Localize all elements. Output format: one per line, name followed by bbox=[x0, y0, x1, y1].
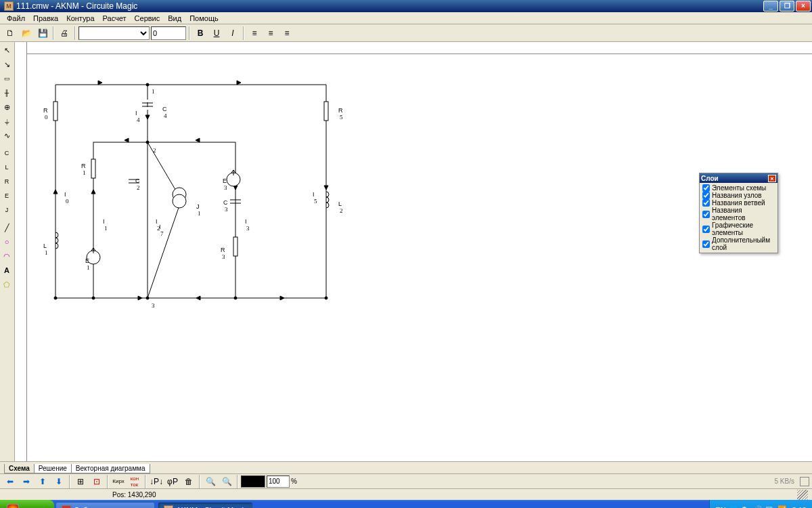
source-tool[interactable]: ⊕ bbox=[0, 100, 14, 114]
bold-button[interactable]: B bbox=[193, 26, 208, 41]
svg-text:C: C bbox=[162, 106, 167, 112]
layers-panel-title[interactable]: Слои × bbox=[700, 173, 777, 183]
align-center-button[interactable]: ≡ bbox=[263, 26, 278, 41]
svg-text:1: 1 bbox=[198, 210, 201, 217]
tray-icon[interactable]: ⚙ bbox=[741, 505, 750, 508]
svg-text:3: 3 bbox=[222, 253, 225, 260]
align-left-button[interactable]: ≡ bbox=[247, 26, 262, 41]
line-tool[interactable]: ╱ bbox=[0, 221, 14, 234]
layers-panel[interactable]: Слои × Элементы схемы Названия узлов Наз… bbox=[699, 173, 778, 253]
align-right-button[interactable]: ≡ bbox=[279, 26, 294, 41]
tab-schema[interactable]: Схема bbox=[4, 464, 35, 473]
kon-button[interactable]: конток bbox=[127, 474, 142, 489]
zoom-out-button[interactable]: 🔍 bbox=[219, 474, 234, 489]
l-tool[interactable]: L bbox=[0, 161, 14, 174]
text-tool[interactable]: A bbox=[0, 263, 14, 277]
italic-button[interactable]: I bbox=[225, 26, 240, 41]
circuit-schematic[interactable]: 1 2 3 R0 R5 R1 R3 C4 C2 C3 L1 L2 E1 E3 J… bbox=[27, 54, 365, 339]
windows-icon bbox=[7, 504, 19, 508]
menu-view[interactable]: Вид bbox=[164, 14, 185, 23]
layer-checkbox-1[interactable] bbox=[702, 192, 710, 199]
inductor-tool[interactable]: ∿ bbox=[0, 129, 14, 142]
layer-checkbox-3[interactable] bbox=[702, 211, 710, 218]
svg-text:3: 3 bbox=[246, 225, 250, 232]
tray-icon[interactable]: 📶 bbox=[777, 505, 787, 508]
layer-checkbox-2[interactable] bbox=[702, 199, 710, 207]
arc-tool[interactable]: ◠ bbox=[0, 249, 14, 263]
svg-text:R: R bbox=[81, 163, 86, 169]
svg-text:I: I bbox=[156, 218, 158, 225]
layers-close-button[interactable]: × bbox=[768, 175, 776, 182]
svg-rect-0 bbox=[53, 102, 58, 121]
canvas[interactable]: 1 2 3 R0 R5 R1 R3 C4 C2 C3 L1 L2 E1 E3 J… bbox=[27, 54, 812, 461]
tab-vector[interactable]: Векторная диаграмма bbox=[71, 464, 150, 473]
bottom-tabs: Схема Решение Векторная диаграмма bbox=[0, 461, 812, 473]
menu-help[interactable]: Помощь bbox=[185, 14, 223, 23]
svg-point-15 bbox=[173, 194, 186, 208]
nav-left-button[interactable]: ⬅ bbox=[3, 474, 18, 489]
capacitor-tool[interactable]: ╫ bbox=[0, 86, 14, 100]
svg-rect-1 bbox=[324, 102, 328, 121]
p-button[interactable]: ↓P↓ bbox=[149, 474, 164, 489]
pointer-tool[interactable]: ↖ bbox=[0, 43, 14, 57]
svg-point-20 bbox=[234, 297, 237, 299]
grid-button[interactable]: ⊞ bbox=[73, 474, 88, 489]
new-button[interactable]: 🗋 bbox=[3, 26, 18, 41]
nav-up-button[interactable]: ⬆ bbox=[35, 474, 50, 489]
save-button[interactable]: 💾 bbox=[35, 26, 50, 41]
svg-text:1: 1 bbox=[152, 88, 155, 95]
maximize-button[interactable]: ❐ bbox=[780, 1, 794, 12]
underline-button[interactable]: U bbox=[209, 26, 224, 41]
menu-service[interactable]: Сервис bbox=[131, 14, 164, 23]
nav-right-button[interactable]: ➡ bbox=[19, 474, 34, 489]
tray-icon[interactable]: 🌐 bbox=[729, 505, 738, 508]
r-tool[interactable]: R bbox=[0, 175, 14, 188]
nav-down-button[interactable]: ⬇ bbox=[51, 474, 66, 489]
layer-label: Названия узлов bbox=[712, 192, 762, 199]
c-tool[interactable]: C bbox=[0, 146, 14, 160]
color-picker[interactable] bbox=[241, 475, 265, 488]
polygon-tool[interactable]: ⬠ bbox=[0, 278, 14, 291]
window-title: 111.cmw - AKNM - Circuite Magic bbox=[16, 1, 763, 11]
kirch-button[interactable]: Кирх bbox=[111, 474, 126, 489]
taskbar-button-0[interactable]: Добавление матери... bbox=[55, 502, 155, 508]
circle-tool[interactable]: ○ bbox=[0, 235, 14, 249]
tray-icon[interactable]: 🔊 bbox=[753, 505, 763, 508]
e-tool[interactable]: E bbox=[0, 189, 14, 203]
taskbar: пуск Добавление матери... AKNM - Circuit… bbox=[0, 500, 812, 508]
svg-point-18 bbox=[146, 297, 149, 299]
svg-text:I: I bbox=[245, 218, 247, 225]
tab-solution[interactable]: Решение bbox=[34, 464, 72, 473]
bottom-toolbar: ⬅ ➡ ⬆ ⬇ ⊞ ⊡ Кирх конток ↓P↓ φP 🗑 🔍 🔍 % 5… bbox=[0, 473, 812, 488]
snap-button[interactable]: ⊡ bbox=[89, 474, 104, 489]
wire-tool[interactable]: ↘ bbox=[0, 58, 14, 71]
start-button[interactable]: пуск bbox=[0, 500, 54, 508]
zoom-input[interactable] bbox=[267, 475, 290, 488]
menu-file[interactable]: Файл bbox=[3, 14, 29, 23]
menu-calc[interactable]: Расчет bbox=[99, 14, 131, 23]
menu-contours[interactable]: Контура bbox=[62, 14, 98, 23]
layer-checkbox-5[interactable] bbox=[702, 240, 710, 248]
delete-button[interactable]: 🗑 bbox=[181, 474, 196, 489]
fontsize-input[interactable] bbox=[151, 26, 186, 40]
format-toolbar: 🗋 📂 💾 🖨 B U I ≡ ≡ ≡ bbox=[0, 24, 812, 42]
tray-icon[interactable]: 🛡 bbox=[765, 505, 775, 508]
phi-button[interactable]: φP bbox=[165, 474, 180, 489]
font-combo[interactable] bbox=[78, 26, 150, 40]
svg-text:2: 2 bbox=[137, 184, 140, 191]
layers-title-text: Слои bbox=[701, 175, 719, 182]
resize-grip[interactable] bbox=[797, 490, 808, 500]
ground-tool[interactable]: ⏚ bbox=[0, 114, 14, 128]
j-tool[interactable]: J bbox=[0, 203, 14, 217]
layer-checkbox-4[interactable] bbox=[702, 226, 710, 233]
resistor-tool[interactable]: ▭ bbox=[0, 72, 14, 85]
zoom-in-button[interactable]: 🔍 bbox=[203, 474, 218, 489]
svg-text:R: R bbox=[221, 247, 225, 253]
layer-checkbox-0[interactable] bbox=[702, 184, 710, 192]
taskbar-button-1[interactable]: AKNM - Circuit Magic bbox=[158, 502, 253, 508]
print-button[interactable]: 🖨 bbox=[57, 26, 72, 41]
minimize-button[interactable]: _ bbox=[763, 1, 778, 12]
close-button[interactable]: × bbox=[796, 1, 811, 12]
menu-edit[interactable]: Правка bbox=[29, 14, 62, 23]
open-button[interactable]: 📂 bbox=[19, 26, 34, 41]
